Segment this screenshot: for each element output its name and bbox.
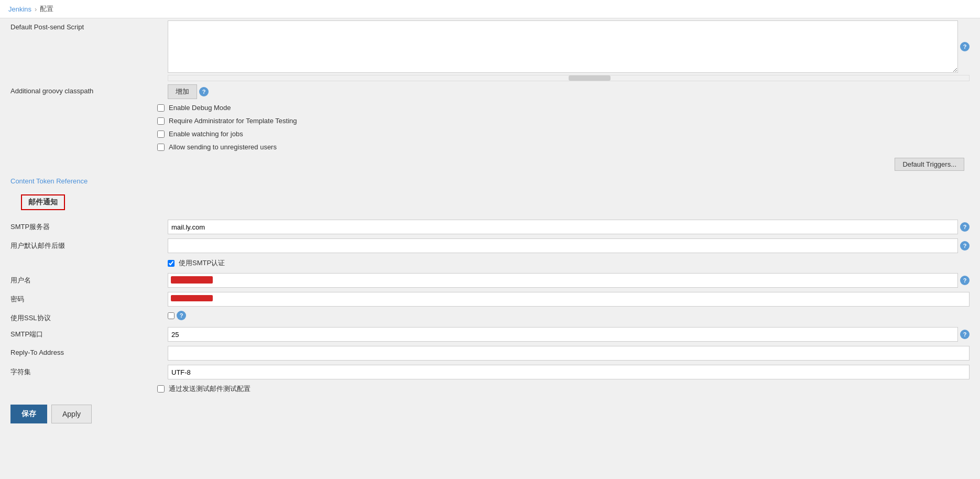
use-ssl-help-icon[interactable]: ? bbox=[177, 311, 186, 320]
allow-sending-row: Allow sending to unregistered users bbox=[0, 140, 980, 154]
user-email-suffix-input[interactable] bbox=[168, 238, 958, 253]
password-input-area bbox=[168, 292, 970, 307]
enable-debug-checkbox[interactable] bbox=[157, 104, 165, 112]
smtp-port-row: SMTP端口 ? bbox=[0, 325, 980, 344]
content-token-ref-label: Content Token Reference bbox=[10, 177, 88, 185]
password-wrapper bbox=[168, 292, 970, 307]
groovy-classpath-help-icon[interactable]: ? bbox=[199, 87, 209, 96]
smtp-server-help-icon[interactable]: ? bbox=[960, 222, 970, 232]
username-input-area: ? bbox=[168, 273, 970, 288]
use-smtp-auth-label: 使用SMTP认证 bbox=[179, 258, 225, 268]
use-smtp-auth-row: 使用SMTP认证 bbox=[0, 255, 980, 271]
enable-debug-row: Enable Debug Mode bbox=[0, 101, 980, 114]
smtp-server-input[interactable] bbox=[168, 220, 958, 234]
breadcrumb-separator: › bbox=[35, 5, 37, 13]
password-input[interactable] bbox=[168, 292, 970, 307]
enable-watching-row: Enable watching for jobs bbox=[0, 127, 980, 140]
breadcrumb: Jenkins › 配置 bbox=[0, 0, 980, 18]
use-ssl-label: 使用SSL协议 bbox=[10, 311, 168, 323]
bottom-buttons: 保存 Apply bbox=[0, 396, 980, 432]
enable-watching-label: Enable watching for jobs bbox=[169, 130, 243, 138]
post-send-script-input-area: ? bbox=[168, 20, 970, 73]
post-send-script-textarea[interactable] bbox=[168, 20, 958, 73]
test-config-checkbox[interactable] bbox=[157, 385, 165, 393]
enable-debug-label: Enable Debug Mode bbox=[169, 104, 231, 112]
save-button[interactable]: 保存 bbox=[10, 405, 47, 423]
groovy-classpath-label: Additional groovy classpath bbox=[10, 84, 168, 95]
groovy-classpath-row: Additional groovy classpath 增加 ? bbox=[0, 81, 980, 101]
password-row: 密码 bbox=[0, 290, 980, 309]
groovy-classpath-input-area: 增加 ? bbox=[168, 84, 970, 99]
reply-to-row: Reply-To Address bbox=[0, 344, 980, 363]
breadcrumb-jenkins[interactable]: Jenkins bbox=[8, 5, 31, 13]
smtp-port-input-area: ? bbox=[168, 327, 970, 342]
username-label: 用户名 bbox=[10, 273, 168, 285]
use-ssl-checkbox[interactable] bbox=[168, 312, 175, 319]
smtp-port-label: SMTP端口 bbox=[10, 327, 168, 339]
smtp-server-row: SMTP服务器 ? bbox=[0, 217, 980, 236]
add-classpath-button[interactable]: 增加 bbox=[168, 84, 197, 99]
username-row: 用户名 ? bbox=[0, 271, 980, 290]
test-config-row: 通过发送测试邮件测试配置 bbox=[0, 382, 980, 396]
apply-button[interactable]: Apply bbox=[51, 405, 92, 423]
test-config-label: 通过发送测试邮件测试配置 bbox=[169, 384, 251, 394]
username-input[interactable] bbox=[168, 273, 958, 288]
charset-label: 字符集 bbox=[10, 365, 168, 377]
reply-to-input[interactable] bbox=[168, 346, 970, 361]
content-token-ref: Content Token Reference bbox=[0, 173, 980, 187]
username-help-icon[interactable]: ? bbox=[960, 276, 970, 285]
user-email-suffix-help-icon[interactable]: ? bbox=[960, 241, 970, 251]
smtp-server-input-area: ? bbox=[168, 220, 970, 234]
charset-input[interactable] bbox=[168, 365, 970, 379]
scrollbar-row bbox=[0, 75, 980, 81]
mail-section-header: 邮件通知 bbox=[21, 194, 65, 210]
require-admin-checkbox[interactable] bbox=[157, 117, 165, 125]
use-smtp-auth-checkbox[interactable] bbox=[168, 260, 175, 267]
use-ssl-row: 使用SSL协议 ? bbox=[0, 309, 980, 325]
user-email-suffix-input-area: ? bbox=[168, 238, 970, 253]
reply-to-label: Reply-To Address bbox=[10, 346, 168, 356]
smtp-server-label: SMTP服务器 bbox=[10, 220, 168, 232]
post-send-script-label: Default Post-send Script bbox=[10, 20, 168, 31]
mail-section-container: 邮件通知 bbox=[0, 187, 980, 217]
smtp-port-help-icon[interactable]: ? bbox=[960, 330, 970, 339]
main-content: Default Post-send Script ? Additional gr… bbox=[0, 18, 980, 453]
user-email-suffix-row: 用户默认邮件后缀 ? bbox=[0, 236, 980, 255]
use-ssl-input-area: ? bbox=[168, 311, 970, 320]
post-send-script-row: Default Post-send Script ? bbox=[0, 18, 980, 75]
scrollbar-thumb bbox=[569, 75, 611, 81]
require-admin-label: Require Administrator for Template Testi… bbox=[169, 117, 297, 125]
allow-sending-label: Allow sending to unregistered users bbox=[169, 143, 277, 151]
page-content: Default Post-send Script ? Additional gr… bbox=[0, 18, 980, 453]
post-send-script-help-icon[interactable]: ? bbox=[960, 42, 970, 51]
password-label: 密码 bbox=[10, 292, 168, 304]
user-email-suffix-label: 用户默认邮件后缀 bbox=[10, 238, 168, 251]
require-admin-row: Require Administrator for Template Testi… bbox=[0, 114, 980, 127]
allow-sending-checkbox[interactable] bbox=[157, 144, 165, 151]
smtp-port-input[interactable] bbox=[168, 327, 958, 342]
default-triggers-row: Default Triggers... bbox=[0, 154, 980, 173]
charset-row: 字符集 bbox=[0, 363, 980, 382]
horizontal-scrollbar[interactable] bbox=[168, 75, 970, 81]
reply-to-input-area bbox=[168, 346, 970, 361]
default-triggers-button[interactable]: Default Triggers... bbox=[895, 158, 964, 171]
charset-input-area bbox=[168, 365, 970, 379]
breadcrumb-config: 配置 bbox=[40, 4, 53, 14]
enable-watching-checkbox[interactable] bbox=[157, 130, 165, 138]
username-wrapper bbox=[168, 273, 958, 288]
